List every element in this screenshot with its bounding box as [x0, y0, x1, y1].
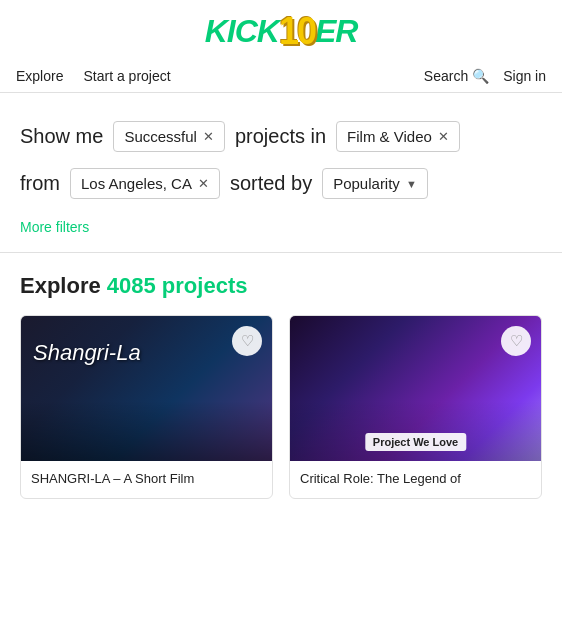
- explore-prefix: Explore: [20, 273, 107, 298]
- card-image-wrap: ♡: [21, 316, 272, 461]
- nav-bar: Explore Start a project Search 🔍 Sign in: [0, 60, 562, 92]
- project-we-love-badge: Project We Love: [365, 433, 466, 451]
- section-divider: [0, 252, 562, 253]
- search-button[interactable]: Search 🔍: [424, 68, 489, 84]
- projects-in-label: projects in: [235, 125, 326, 148]
- sort-dropdown[interactable]: Popularity ▼: [322, 168, 428, 199]
- nav-left: Explore Start a project: [16, 68, 171, 84]
- card-title: Critical Role: The Legend of: [290, 461, 541, 498]
- card-title: SHANGRI-LA – A Short Film: [21, 461, 272, 498]
- explore-count: 4085 projects: [107, 273, 248, 298]
- logo-right: ER: [315, 13, 357, 50]
- search-icon: 🔍: [472, 68, 489, 84]
- location-chip-label: Los Angeles, CA: [81, 175, 192, 192]
- category-chip[interactable]: Film & Video ✕: [336, 121, 460, 152]
- sorted-by-label: sorted by: [230, 172, 312, 195]
- logo-row: KICK 10 ER: [205, 0, 358, 60]
- successful-chip-close[interactable]: ✕: [203, 130, 214, 143]
- filter-row-2: from Los Angeles, CA ✕ sorted by Popular…: [20, 168, 542, 199]
- heart-button[interactable]: ♡: [232, 326, 262, 356]
- location-chip[interactable]: Los Angeles, CA ✕: [70, 168, 220, 199]
- project-card[interactable]: ♡ SHANGRI-LA – A Short Film: [20, 315, 273, 499]
- show-me-label: Show me: [20, 125, 103, 148]
- explore-heading: Explore 4085 projects: [20, 273, 542, 299]
- heart-button[interactable]: ♡: [501, 326, 531, 356]
- chevron-down-icon: ▼: [406, 178, 417, 190]
- search-label: Search: [424, 68, 468, 84]
- filter-row-1: Show me Successful ✕ projects in Film & …: [20, 121, 542, 152]
- sign-in-link[interactable]: Sign in: [503, 68, 546, 84]
- explore-section: Explore 4085 projects ♡ SHANGRI-LA – A S…: [0, 273, 562, 499]
- project-grid: ♡ SHANGRI-LA – A Short Film ♡ Project We…: [20, 315, 542, 499]
- from-label: from: [20, 172, 60, 195]
- nav-explore[interactable]: Explore: [16, 68, 63, 84]
- successful-chip[interactable]: Successful ✕: [113, 121, 225, 152]
- location-chip-close[interactable]: ✕: [198, 177, 209, 190]
- header: KICK 10 ER Explore Start a project Searc…: [0, 0, 562, 93]
- logo-left: KICK: [205, 13, 279, 50]
- nav-right: Search 🔍 Sign in: [424, 68, 546, 84]
- more-filters-link[interactable]: More filters: [20, 219, 89, 235]
- filter-section: Show me Successful ✕ projects in Film & …: [0, 93, 562, 252]
- category-chip-close[interactable]: ✕: [438, 130, 449, 143]
- successful-chip-label: Successful: [124, 128, 197, 145]
- nav-start-project[interactable]: Start a project: [83, 68, 170, 84]
- project-card[interactable]: ♡ Project We Love Critical Role: The Leg…: [289, 315, 542, 499]
- logo-number: 10: [279, 8, 315, 54]
- category-chip-label: Film & Video: [347, 128, 432, 145]
- sort-chip-label: Popularity: [333, 175, 400, 192]
- card-image-wrap: ♡ Project We Love: [290, 316, 541, 461]
